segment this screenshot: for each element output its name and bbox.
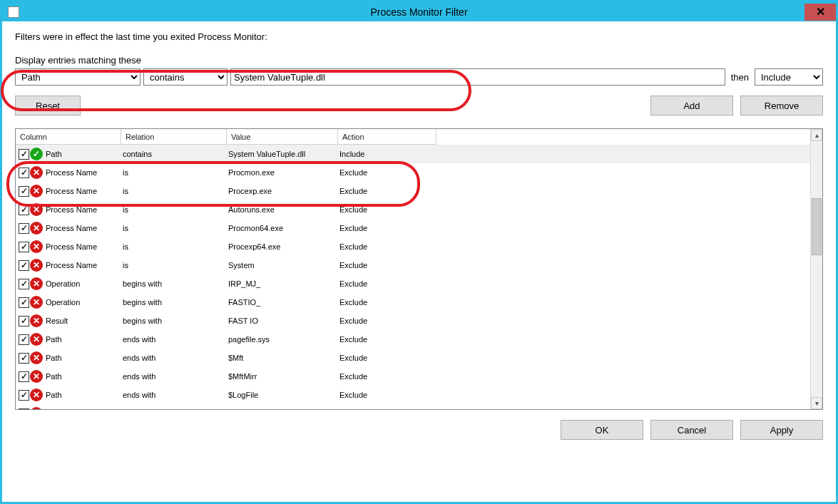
cell-action: Exclude [339,372,438,381]
column-select[interactable]: Path [15,68,140,86]
row-checkbox[interactable]: ✓ [19,334,29,345]
cell-value: $LogFile [228,391,339,399]
cell-relation: ends with [123,391,228,399]
cell-action: Exclude [339,224,438,232]
add-button[interactable]: Add [650,96,733,115]
cell-column: Process Name [46,261,123,269]
row-checkbox[interactable]: ✓ [19,168,29,178]
cell-column: Process Name [46,187,123,195]
row-checkbox[interactable]: ✓ [19,390,29,401]
row-checkbox[interactable]: ✓ [19,371,29,382]
exclude-icon: ✕ [30,296,43,309]
scroll-thumb[interactable] [812,198,822,255]
cell-relation: is [123,187,228,195]
cell-value: FAST IO [228,317,339,325]
cell-relation: is [123,261,228,269]
cell-value: $Mft [228,354,339,362]
relation-select[interactable]: contains [143,68,228,86]
row-checkbox[interactable]: ✓ [19,279,29,289]
row-checkbox[interactable]: ✓ [19,260,29,271]
cell-column: Result [46,317,123,325]
cell-action: Exclude [339,354,438,362]
cell-column: Path [46,150,123,158]
table-row[interactable]: ✓✕Pathends with$MftMirrExclude [16,367,810,386]
cell-column: Process Name [46,224,123,232]
reset-button[interactable]: Reset [15,96,81,115]
value-input[interactable] [230,68,725,86]
scroll-down-icon[interactable]: ▾ [811,397,822,409]
row-checkbox[interactable]: ✓ [19,149,29,160]
exclude-icon: ✕ [30,240,43,253]
exclude-icon: ✕ [30,222,43,235]
header-action[interactable]: Action [338,129,436,145]
cell-value: $MftMirr [228,372,339,381]
close-icon: ✕ [816,5,825,19]
cell-action: Exclude [339,391,438,399]
then-label: then [731,72,749,83]
table-row[interactable]: ✓✕Process NameisProcmon.exeExclude [16,163,810,182]
table-row[interactable]: ✓✕Process NameisProcexp64.exeExclude [16,237,810,256]
cell-column: Operation [46,298,123,307]
row-checkbox[interactable]: ✓ [19,297,29,308]
cell-action: Exclude [339,168,438,177]
cell-relation: ends with [123,372,228,381]
table-row[interactable]: ✓✕Operationbegins withFASTIO_Exclude [16,293,810,312]
row-checkbox[interactable]: ✓ [19,186,29,197]
row-checkbox[interactable]: ✓ [19,205,29,215]
cell-column: Process Name [46,205,123,214]
cell-relation: begins with [123,317,228,325]
cell-relation: is [123,168,228,177]
table-row[interactable]: ✓✕Pathends with$LogFileExclude [16,386,810,404]
cancel-button[interactable]: Cancel [650,420,733,440]
action-select[interactable]: Include [755,68,823,86]
cell-value: pagefile.sys [228,335,339,344]
cell-relation: contains [123,150,228,158]
cell-action: Exclude [339,242,438,251]
cell-action: Exclude [339,335,438,344]
row-checkbox[interactable]: ✓ [19,353,29,364]
scroll-track[interactable] [811,141,822,397]
header-column[interactable]: Column [16,129,121,145]
cell-column: Process Name [46,168,123,177]
exclude-icon: ✕ [30,203,43,216]
table-row[interactable]: ✓✕Pathends withpagefile.sysExclude [16,330,810,349]
row-checkbox[interactable]: ✓ [19,223,29,234]
filter-row: Path contains then Include [15,68,823,86]
table-row[interactable]: ✓✕Pathends with$MftExclude [16,349,810,367]
ok-button[interactable]: OK [561,420,643,440]
cell-value: Procmon.exe [228,168,339,177]
cell-value: FASTIO_ [228,298,339,307]
remove-button[interactable]: Remove [740,96,823,115]
table-row[interactable]: ✓✕Resultbegins withFAST IOExclude [16,312,810,330]
exclude-icon: ✕ [30,407,43,409]
scrollbar[interactable]: ▴ ▾ [810,129,822,409]
exclude-icon: ✕ [30,333,43,346]
exclude-icon: ✕ [30,351,43,364]
table-row[interactable]: ✓✕Operationbegins withIRP_MJ_Exclude [16,274,810,293]
apply-button[interactable]: Apply [740,420,823,440]
exclude-icon: ✕ [30,314,43,327]
table-row[interactable]: ✓✕Process NameisAutoruns.exeExclude [16,200,810,219]
table-row[interactable]: ✓✕Process NameisProcexp.exeExclude [16,182,810,200]
exclude-icon: ✕ [30,370,43,383]
window-title: Process Monitor Filter [2,6,836,18]
cell-value: System ValueTuple.dll [228,150,339,158]
scroll-up-icon[interactable]: ▴ [811,129,822,141]
row-checkbox[interactable]: ✓ [19,242,29,252]
cell-column: Path [46,354,123,362]
cell-value: Autoruns.exe [228,205,339,214]
cell-relation: is [123,224,228,232]
table-row[interactable]: ✓✕Process NameisSystemExclude [16,256,810,274]
cell-relation: is [123,205,228,214]
row-checkbox[interactable]: ✓ [19,316,29,326]
table-row[interactable]: ✓✕Pathends with$VolumeExclude [16,404,810,409]
header-value[interactable]: Value [227,129,338,145]
header-relation[interactable]: Relation [121,129,227,145]
exclude-icon: ✕ [30,259,43,272]
row-checkbox[interactable]: ✓ [19,408,29,410]
table-row[interactable]: ✓✓PathcontainsSystem ValueTuple.dllInclu… [16,145,810,163]
table-row[interactable]: ✓✕Process NameisProcmon64.exeExclude [16,219,810,237]
cell-column: Path [46,335,123,344]
close-button[interactable]: ✕ [804,4,836,21]
cell-action: Exclude [339,279,438,288]
